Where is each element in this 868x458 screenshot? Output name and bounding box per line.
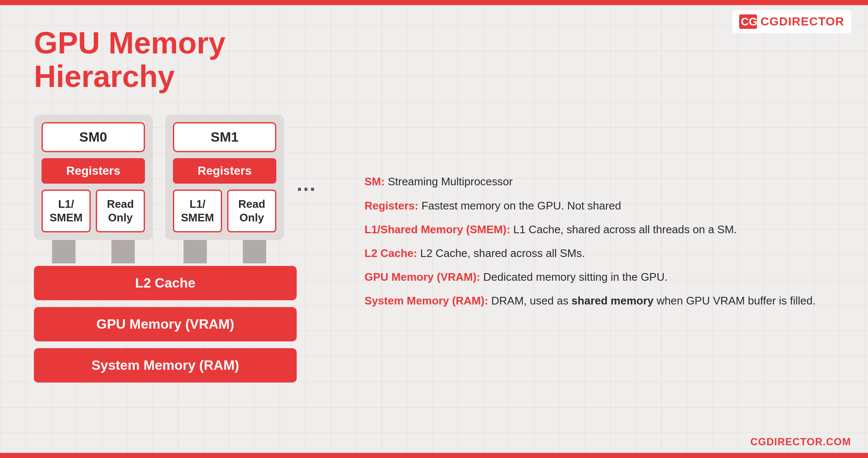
- desc-sysmem-text2: when GPU VRAM buffer is filled.: [657, 294, 815, 307]
- desc-sysmem-label: System Memory (RAM):: [364, 294, 488, 307]
- desc-sm-label: SM:: [364, 175, 385, 188]
- connector-group-1: [165, 240, 284, 263]
- sm0-readonly: ReadOnly: [96, 190, 145, 232]
- desc-l1smem-text: L1 Cache, shared across all threads on a…: [513, 223, 737, 236]
- description-area: SM: Streaming Multiprocessor Registers: …: [364, 172, 834, 315]
- sm0-bottom-row: L1/SMEM ReadOnly: [42, 190, 145, 232]
- l2-cache-bar: L2 Cache: [34, 266, 297, 300]
- desc-sm-text: Streaming Multiprocessor: [388, 175, 513, 188]
- desc-sm: SM: Streaming Multiprocessor: [364, 172, 834, 191]
- desc-sysmem: System Memory (RAM): DRAM, used as share…: [364, 291, 834, 310]
- website-label: CGDIRECTOR.COM: [750, 436, 851, 448]
- page-title: GPU Memory Hierarchy: [34, 26, 331, 93]
- gpu-memory-bar: GPU Memory (VRAM): [34, 307, 297, 341]
- sm-area: SM0 Registers L1/SMEM ReadOnly SM1 Regis…: [34, 114, 331, 382]
- desc-l1smem-label: L1/Shared Memory (SMEM):: [364, 223, 510, 236]
- sm1-readonly: ReadOnly: [227, 190, 276, 232]
- desc-registers-label: Registers:: [364, 199, 418, 212]
- desc-registers-text: Fastest memory on the GPU. Not shared: [421, 199, 621, 212]
- top-bar: [0, 0, 868, 5]
- ellipsis: ...: [297, 159, 316, 195]
- desc-sysmem-shared-memory: shared memory: [571, 294, 654, 307]
- connector-group-0: [34, 240, 153, 263]
- desc-gpumem: GPU Memory (VRAM): Dedicated memory sitt…: [364, 268, 834, 286]
- desc-gpumem-text: Dedicated memory sitting in the GPU.: [483, 271, 668, 283]
- right-panel: SM: Streaming Multiprocessor Registers: …: [364, 26, 834, 440]
- sm1-l1smem: L1/SMEM: [173, 190, 222, 232]
- connector-bar-1b: [243, 240, 266, 263]
- sm0-title: SM0: [42, 122, 145, 152]
- connectors: [34, 240, 331, 263]
- content-area: GPU Memory Hierarchy SM0 Registers L1/SM…: [0, 5, 868, 453]
- desc-l2cache-text: L2 Cache, shared across all SMs.: [420, 247, 585, 260]
- logo-cg: CGDIRECTOR: [760, 15, 844, 28]
- sm1-title: SM1: [173, 122, 276, 152]
- desc-l2cache: L2 Cache: L2 Cache, shared across all SM…: [364, 244, 834, 263]
- sm1-box: SM1 Registers L1/SMEM ReadOnly: [165, 114, 284, 240]
- logo-text: CGDIRECTOR: [760, 15, 844, 28]
- desc-registers: Registers: Fastest memory on the GPU. No…: [364, 196, 834, 215]
- sm-boxes-row: SM0 Registers L1/SMEM ReadOnly SM1 Regis…: [34, 114, 331, 240]
- shared-memory-stack: L2 Cache GPU Memory (VRAM) System Memory…: [34, 266, 331, 383]
- bottom-bar: [0, 453, 868, 458]
- sm0-registers: Registers: [42, 158, 145, 184]
- connector-bar-1a: [184, 240, 207, 263]
- sm0-box: SM0 Registers L1/SMEM ReadOnly: [34, 114, 153, 240]
- desc-sysmem-text: DRAM, used as: [491, 294, 571, 307]
- desc-gpumem-label: GPU Memory (VRAM):: [364, 271, 480, 283]
- logo: CG CGDIRECTOR: [732, 10, 851, 33]
- sm1-bottom-row: L1/SMEM ReadOnly: [173, 190, 276, 232]
- sm0-l1smem: L1/SMEM: [42, 190, 91, 232]
- desc-l1smem: L1/Shared Memory (SMEM): L1 Cache, share…: [364, 220, 834, 239]
- cgdirector-logo-icon: CG: [739, 14, 757, 29]
- connector-bar-0a: [52, 240, 75, 263]
- desc-l2cache-label: L2 Cache:: [364, 247, 417, 260]
- connector-bar-0b: [111, 240, 135, 263]
- page: CG CGDIRECTOR GPU Memory Hierarchy SM0 R…: [0, 0, 868, 458]
- svg-text:CG: CG: [741, 15, 757, 28]
- left-panel: GPU Memory Hierarchy SM0 Registers L1/SM…: [34, 26, 331, 440]
- sm1-registers: Registers: [173, 158, 276, 184]
- system-memory-bar: System Memory (RAM): [34, 348, 297, 383]
